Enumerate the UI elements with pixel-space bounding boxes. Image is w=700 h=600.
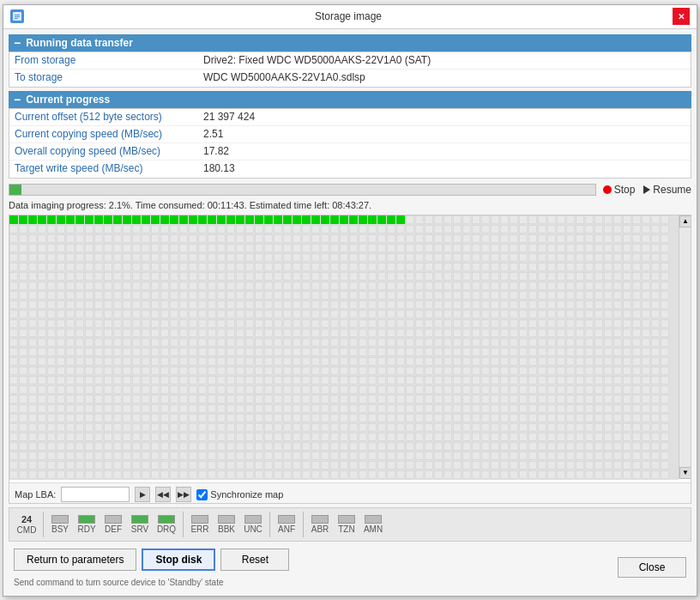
svg-rect-2 <box>15 16 20 17</box>
target-speed-value: 180.13 <box>198 161 691 178</box>
title-bar: Storage image ✕ <box>3 5 697 29</box>
current-speed-value: 2.51 <box>198 126 691 142</box>
led-err: ERR <box>188 515 212 534</box>
map-canvas <box>9 215 679 480</box>
led-anf: ANF <box>275 515 299 534</box>
stop-disk-tooltip: Send command to turn source device to 'S… <box>14 578 224 587</box>
led-bar: 24 CMD BSY RDY DEF SRV DRQ <box>9 507 691 542</box>
overall-speed-value: 17.82 <box>198 143 691 160</box>
led-amn: AMN <box>361 515 385 534</box>
resume-button-small[interactable]: Resume <box>643 184 691 196</box>
led-abr-light <box>311 515 329 524</box>
to-storage-value: WDC WD5000AAKS-22V1A0.sdlsp <box>198 70 691 87</box>
from-storage-row: From storage Drive2: Fixed WDC WD5000AAK… <box>9 52 691 70</box>
running-data-transfer-title: Running data transfer <box>26 37 133 49</box>
led-bbk: BBK <box>214 515 238 534</box>
close-window-button[interactable]: ✕ <box>673 8 690 25</box>
led-abr-label: ABR <box>311 524 329 534</box>
led-tzn: TZN <box>335 515 359 534</box>
led-srv-light <box>131 515 148 524</box>
led-sep-1 <box>43 512 44 537</box>
led-err-label: ERR <box>190 524 208 534</box>
led-bsy-light <box>51 515 69 524</box>
map-sync-label: Synchronize map <box>210 489 283 500</box>
map-scrollbar[interactable]: ▲ ▼ <box>679 215 691 479</box>
led-drq-light <box>158 515 175 524</box>
progress-bar-fill <box>9 185 21 195</box>
close-button[interactable]: Close <box>618 557 686 578</box>
led-bbk-light <box>218 515 235 524</box>
collapse-progress-icon[interactable]: − <box>14 93 21 106</box>
svg-rect-1 <box>15 15 20 15</box>
led-unc-label: UNC <box>244 524 262 534</box>
scroll-up-button[interactable]: ▲ <box>679 215 691 227</box>
target-speed-row: Target write speed (MB/sec) 180.13 <box>9 161 691 178</box>
main-content: − Running data transfer From storage Dri… <box>3 29 697 596</box>
progress-bar-row: Stop Resume <box>9 182 691 197</box>
progress-status-text: Data imaging progress: 2.1%. Time consum… <box>9 199 691 211</box>
overall-speed-row: Overall copying speed (MB/sec) 17.82 <box>9 143 691 161</box>
current-offset-row: Current offset (512 byte sectors) 21 397… <box>9 109 691 126</box>
from-storage-label: From storage <box>9 52 198 69</box>
led-drq: DRQ <box>154 515 178 534</box>
scroll-down-button[interactable]: ▼ <box>679 467 691 479</box>
scrollbar-track <box>679 227 691 467</box>
map-area: ▲ ▼ Map LBA: ▶ ◀◀ ▶▶ Synchronize map <box>9 215 691 504</box>
led-tzn-light <box>338 515 355 524</box>
map-next-button[interactable]: ▶▶ <box>176 487 191 502</box>
led-bsy: BSY <box>48 515 72 534</box>
map-footer: Map LBA: ▶ ◀◀ ▶▶ Synchronize map <box>9 482 691 504</box>
map-sync-checkbox-group: Synchronize map <box>196 489 283 500</box>
current-progress-title: Current progress <box>26 94 110 106</box>
led-amn-label: AMN <box>364 524 383 534</box>
led-amn-light <box>365 515 382 524</box>
led-bbk-label: BBK <box>218 524 235 534</box>
led-anf-label: ANF <box>278 524 295 534</box>
return-to-parameters-button[interactable]: Return to parameters <box>14 548 136 571</box>
led-cmd-value: 24 <box>21 514 32 524</box>
progress-controls: Stop Resume <box>603 184 691 196</box>
running-data-transfer-table: From storage Drive2: Fixed WDC WD5000AAK… <box>9 52 691 88</box>
progress-bar-outer <box>9 184 596 196</box>
led-srv: SRV <box>128 515 152 534</box>
stop-button-small[interactable]: Stop <box>603 184 636 196</box>
map-play-button[interactable]: ▶ <box>135 487 150 502</box>
current-progress-section: − Current progress Current offset (512 b… <box>9 91 691 179</box>
map-sync-checkbox[interactable] <box>196 489 208 500</box>
led-rdy-label: RDY <box>77 524 95 534</box>
current-progress-table: Current offset (512 byte sectors) 21 397… <box>9 108 691 179</box>
bottom-buttons: Return to parameters Stop disk Reset Sen… <box>9 545 691 591</box>
map-prev-button[interactable]: ◀◀ <box>155 487 171 502</box>
running-data-transfer-header: − Running data transfer <box>9 34 691 52</box>
reset-button[interactable]: Reset <box>220 548 289 571</box>
led-def-light <box>105 515 122 524</box>
led-abr: ABR <box>308 515 332 534</box>
led-cmd-label: CMD <box>17 525 37 535</box>
map-lba-input[interactable] <box>61 487 130 502</box>
to-storage-row: To storage WDC WD5000AAKS-22V1A0.sdlsp <box>9 70 691 87</box>
bottom-left-group: Return to parameters Stop disk Reset Sen… <box>14 548 289 587</box>
led-bsy-label: BSY <box>51 524 69 534</box>
stop-label: Stop <box>614 184 636 196</box>
current-speed-label: Current copying speed (MB/sec) <box>9 126 198 142</box>
play-icon <box>643 185 650 194</box>
collapse-running-icon[interactable]: − <box>14 36 21 50</box>
led-sep-2 <box>183 512 184 537</box>
stop-disk-button[interactable]: Stop disk <box>142 548 215 571</box>
current-progress-header: − Current progress <box>9 91 691 108</box>
led-srv-label: SRV <box>131 524 148 534</box>
led-cmd: 24 CMD <box>15 514 39 535</box>
led-drq-label: DRQ <box>157 524 176 534</box>
window-title: Storage image <box>24 10 673 22</box>
led-rdy-light <box>78 515 95 524</box>
led-def: DEF <box>101 515 125 534</box>
led-tzn-label: TZN <box>338 524 354 534</box>
led-sep-3 <box>269 512 270 537</box>
led-sep-4 <box>303 512 304 537</box>
current-offset-label: Current offset (512 byte sectors) <box>9 109 198 125</box>
stop-dot-icon <box>603 185 612 194</box>
bottom-left-buttons-row: Return to parameters Stop disk Reset <box>14 548 289 571</box>
main-window: Storage image ✕ − Running data transfer … <box>3 4 697 597</box>
led-rdy: RDY <box>75 515 99 534</box>
led-unc: UNC <box>241 515 265 534</box>
